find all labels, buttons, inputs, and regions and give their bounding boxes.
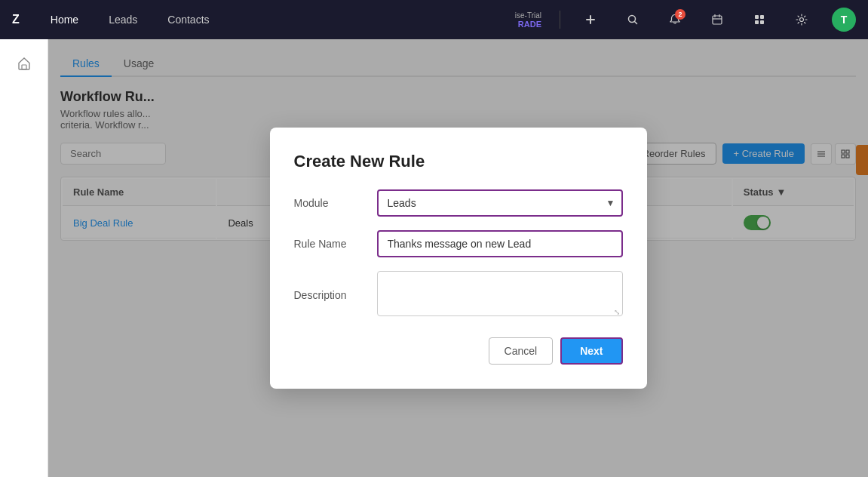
svg-rect-8: [755, 15, 759, 19]
module-label: Module: [294, 197, 377, 209]
notification-badge: 2: [675, 9, 686, 20]
svg-rect-9: [760, 15, 764, 19]
user-avatar[interactable]: T: [832, 8, 856, 32]
svg-point-12: [800, 18, 804, 22]
svg-rect-1: [586, 19, 595, 20]
svg-rect-11: [760, 20, 764, 24]
svg-line-3: [635, 22, 637, 24]
modal-footer: Cancel Next: [294, 337, 623, 365]
description-label: Description: [294, 289, 377, 301]
module-control: Leads Contacts Deals Accounts ▼: [377, 189, 623, 217]
next-button[interactable]: Next: [560, 337, 622, 365]
notifications-btn[interactable]: 2: [663, 8, 687, 32]
sidebar: [0, 39, 48, 477]
rule-name-control: [377, 230, 623, 257]
svg-rect-10: [755, 20, 759, 24]
svg-rect-4: [713, 16, 722, 24]
module-row: Module Leads Contacts Deals Accounts ▼: [294, 189, 623, 217]
svg-rect-13: [22, 65, 26, 69]
add-button[interactable]: [578, 8, 603, 32]
content-area: Rules Usage Workflow Ru... Workflow rule…: [48, 39, 868, 477]
nav-home[interactable]: Home: [44, 11, 84, 29]
topnav: Z Home Leads Contacts ise-Trial RADE 2 T: [0, 0, 868, 39]
modal-title: Create New Rule: [294, 152, 623, 171]
description-row: Description ⤡: [294, 271, 623, 319]
modal-overlay: Create New Rule Module Leads Contacts De…: [48, 39, 868, 477]
search-icon-btn[interactable]: [621, 8, 645, 32]
cancel-button[interactable]: Cancel: [489, 337, 554, 365]
description-control: ⤡: [377, 271, 623, 319]
calendar-btn[interactable]: [705, 8, 729, 32]
module-select[interactable]: Leads Contacts Deals Accounts: [377, 189, 623, 217]
nav-contacts[interactable]: Contacts: [161, 11, 215, 29]
upgrade-link[interactable]: RADE: [518, 20, 541, 29]
apps-btn[interactable]: [747, 8, 771, 32]
sidebar-home-icon[interactable]: [9, 48, 39, 78]
resize-icon: ⤡: [614, 308, 620, 316]
nav-divider: [560, 11, 560, 29]
rule-name-input[interactable]: [377, 230, 623, 257]
trial-info: ise-Trial RADE: [515, 11, 541, 29]
create-rule-modal: Create New Rule Module Leads Contacts De…: [270, 128, 647, 389]
rule-name-row: Rule Name: [294, 230, 623, 257]
description-input[interactable]: [377, 271, 623, 316]
brand-logo: Z: [12, 13, 20, 26]
module-select-wrapper: Leads Contacts Deals Accounts ▼: [377, 189, 623, 217]
rule-name-label: Rule Name: [294, 238, 377, 250]
nav-leads[interactable]: Leads: [103, 11, 143, 29]
settings-btn[interactable]: [790, 8, 814, 32]
